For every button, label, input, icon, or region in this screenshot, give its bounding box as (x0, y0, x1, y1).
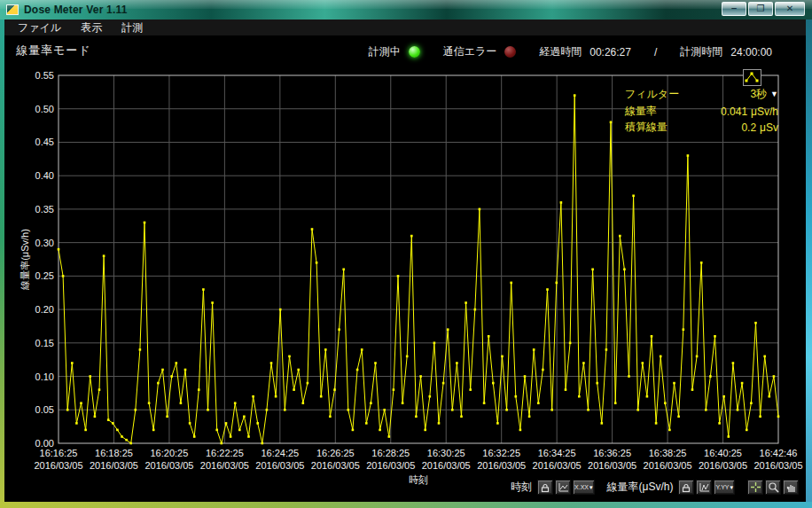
duration-value: 24:00:00 (730, 46, 772, 59)
mode-title: 線量率モード (16, 43, 91, 59)
data-point-marker (176, 362, 178, 364)
y-tick-label: 0.15 (35, 338, 54, 348)
data-point-marker (438, 422, 441, 425)
menu-measure[interactable]: 計測 (112, 19, 152, 37)
data-point-marker (501, 356, 504, 358)
data-point-marker (388, 435, 391, 438)
y-lock-button[interactable] (678, 480, 694, 495)
data-point-marker (293, 388, 295, 391)
cursor-tool-button[interactable] (747, 480, 763, 495)
filter-dropdown[interactable]: 3秒 ▼ (750, 87, 778, 102)
data-point-marker (528, 416, 531, 418)
data-point-marker (311, 228, 314, 231)
zoom-tool-button[interactable] (765, 480, 781, 495)
autoscale-y-icon (699, 482, 710, 493)
data-point-marker (193, 435, 196, 438)
data-point-marker (550, 409, 553, 411)
menu-file[interactable]: ファイル (8, 19, 71, 37)
data-point-marker (103, 254, 105, 257)
y-autoscale-button[interactable] (696, 480, 712, 495)
x-format-button[interactable]: X.XX▾ (573, 480, 594, 495)
dose-rate-label: 線量率 (625, 104, 657, 119)
minimize-button[interactable]: ‒ (722, 2, 746, 16)
app-window: Dose Meter Ver 1.11 ‒ ❐ ✕ ファイル 表示 計測 線量率… (0, 0, 812, 508)
data-point-marker (180, 402, 183, 404)
data-point-marker (642, 362, 644, 364)
data-point-marker (166, 416, 168, 418)
data-point-marker (582, 362, 585, 364)
data-point-marker (556, 282, 558, 285)
data-point-marker (519, 429, 522, 432)
x-lock-button[interactable] (537, 480, 553, 495)
data-point-marker (524, 375, 527, 378)
data-point-marker (660, 356, 662, 358)
pan-tool-button[interactable] (783, 480, 799, 495)
data-point-marker (750, 402, 753, 404)
maximize-button[interactable]: ❐ (748, 2, 773, 16)
graph-palette: 時刻 X.XX▾ 線量率(μSv/h) (511, 480, 799, 495)
data-point-marker (718, 422, 721, 425)
data-point-marker (687, 154, 690, 157)
data-point-marker (94, 416, 97, 418)
data-point-marker (230, 435, 232, 438)
x-tick-date-label: 2016/03/05 (699, 460, 747, 471)
menu-view[interactable]: 表示 (71, 19, 112, 37)
data-point-marker (202, 288, 205, 291)
data-point-marker (714, 335, 716, 338)
dose-rate-value: 0.041 (721, 106, 747, 118)
data-point-marker (98, 388, 101, 391)
autoscale-x-icon (558, 482, 569, 493)
data-point-marker (465, 301, 467, 304)
x-tick-time-label: 16:22:25 (206, 448, 244, 458)
x-tick-date-label: 2016/03/05 (90, 460, 138, 471)
y-tick-label: 0.55 (35, 70, 54, 81)
close-button[interactable]: ✕ (775, 2, 805, 16)
data-point-marker (215, 429, 218, 432)
data-point-marker (383, 409, 386, 411)
measuring-label: 計測中 (369, 44, 401, 59)
data-point-marker (374, 362, 377, 364)
dose-rate-unit: μSv/h (751, 106, 778, 118)
x-autoscale-button[interactable] (555, 480, 571, 495)
data-point-marker (533, 348, 535, 351)
lock-icon (681, 482, 691, 493)
data-point-marker (144, 222, 146, 224)
data-point-marker (677, 416, 680, 418)
y-tick-label: 0.45 (35, 137, 54, 147)
y-tick-label: 0.05 (35, 404, 54, 415)
data-point-marker (75, 422, 78, 425)
title-bar: Dose Meter Ver 1.11 ‒ ❐ ✕ (0, 0, 812, 20)
data-point-marker (238, 429, 241, 432)
duration-label: 計測時間 (680, 44, 722, 59)
data-point-marker (546, 288, 549, 291)
y-tick-label: 0.40 (35, 170, 54, 181)
window-title: Dose Meter Ver 1.11 (24, 4, 128, 16)
measuring-led-icon (409, 46, 420, 58)
data-point-marker (370, 402, 372, 404)
data-point-marker (152, 429, 155, 432)
data-point-marker (741, 382, 744, 385)
data-point-marker (705, 409, 707, 411)
y-tick-label: 0.35 (35, 204, 54, 215)
x-tick-date-label: 2016/03/05 (366, 460, 415, 471)
data-point-marker (433, 342, 436, 345)
menu-bar: ファイル 表示 計測 (4, 20, 806, 36)
app-icon (6, 4, 19, 15)
data-point-marker (614, 402, 617, 404)
data-point-marker (379, 429, 381, 432)
crosshair-icon (750, 481, 761, 493)
total-dose-unit: μSv (760, 121, 778, 134)
plot-legend[interactable] (743, 69, 761, 86)
y-format-button[interactable]: Y.YY▾ (714, 480, 735, 495)
data-point-marker (284, 409, 286, 411)
data-point-marker (777, 416, 780, 418)
x-tick-time-label: 16:30:25 (427, 448, 465, 458)
data-point-marker (496, 422, 499, 425)
data-point-marker (578, 395, 581, 398)
data-point-marker (356, 369, 359, 371)
data-point-marker (333, 388, 336, 391)
data-point-marker (207, 409, 209, 411)
data-point-marker (243, 416, 246, 418)
data-point-marker (442, 382, 445, 385)
data-point-marker (135, 409, 137, 411)
